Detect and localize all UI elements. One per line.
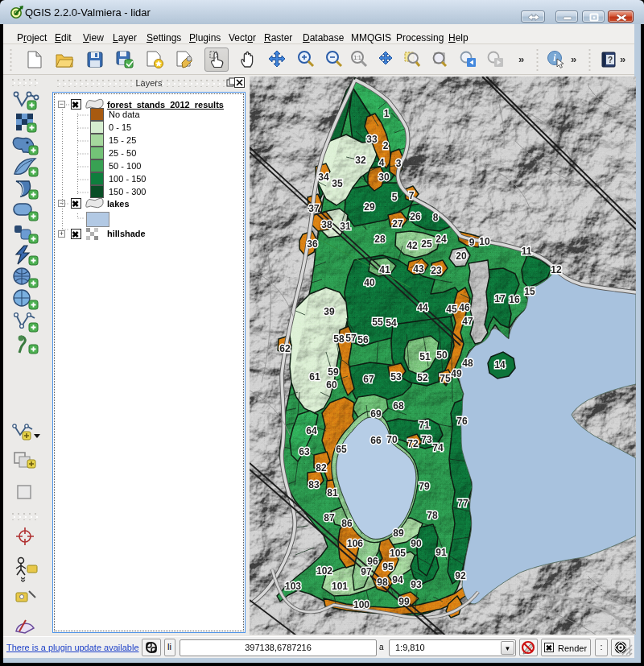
svg-text:26: 26 [410,211,421,222]
svg-text:52: 52 [417,372,428,383]
svg-text:97: 97 [361,566,372,577]
svg-text:56: 56 [357,334,369,345]
svg-text:49: 49 [451,368,462,379]
svg-text:35: 35 [332,178,343,189]
svg-text:53: 53 [390,371,402,383]
svg-text:44: 44 [417,302,428,313]
svg-text:42: 42 [407,240,418,251]
svg-text:57: 57 [345,333,357,344]
svg-text:62: 62 [279,343,291,354]
svg-text:10: 10 [479,236,490,247]
svg-text:67: 67 [363,374,374,385]
svg-text:51: 51 [419,351,431,362]
svg-text:58: 58 [333,333,345,345]
svg-text:40: 40 [364,277,375,288]
svg-text:95: 95 [382,561,394,573]
svg-text:43: 43 [413,263,424,275]
svg-text:7: 7 [409,190,415,201]
svg-text:60: 60 [326,379,337,391]
svg-text:25: 25 [421,238,432,250]
svg-text:23: 23 [431,265,442,276]
svg-text:39: 39 [324,306,335,317]
svg-text:29: 29 [364,201,375,213]
svg-text:1:1: 1:1 [353,55,361,60]
svg-text:74: 74 [432,442,444,453]
svg-text:48: 48 [462,358,473,369]
svg-text:2: 2 [383,140,389,151]
svg-text:81: 81 [327,487,338,498]
svg-text:65: 65 [336,444,347,455]
svg-text:20: 20 [456,250,467,262]
svg-text:66: 66 [370,435,382,446]
svg-text:11: 11 [522,246,532,257]
svg-text:106: 106 [347,538,363,549]
svg-text:4: 4 [379,157,385,168]
svg-text:54: 54 [386,317,397,329]
svg-text:28: 28 [374,234,386,245]
svg-text:30: 30 [378,172,390,183]
svg-text:91: 91 [436,547,447,558]
svg-text:41: 41 [379,264,390,275]
svg-text:47: 47 [462,316,473,327]
svg-text:68: 68 [393,400,404,412]
svg-text:72: 72 [407,438,419,449]
svg-text:8: 8 [433,212,439,223]
svg-text:78: 78 [427,510,438,521]
svg-text:99: 99 [398,596,410,607]
svg-text:76: 76 [456,416,468,427]
svg-text:9: 9 [469,237,475,248]
svg-text:63: 63 [299,446,310,457]
svg-text:98: 98 [377,577,388,588]
svg-text:92: 92 [455,570,466,581]
svg-text:93: 93 [411,579,422,590]
svg-text:70: 70 [386,434,398,445]
svg-text:12: 12 [551,264,562,275]
svg-text:105: 105 [390,548,406,559]
svg-text:64: 64 [306,425,317,436]
svg-text:16: 16 [509,294,520,305]
svg-text:96: 96 [367,556,378,567]
svg-text:103: 103 [285,581,301,592]
svg-text:5: 5 [392,192,398,203]
svg-text:94: 94 [392,574,403,585]
svg-text:89: 89 [393,527,404,539]
svg-text:75: 75 [440,373,451,384]
svg-text:71: 71 [419,420,430,431]
svg-text:17: 17 [494,293,506,304]
svg-text:34: 34 [318,172,329,183]
svg-text:100: 100 [353,599,369,610]
svg-text:87: 87 [324,512,335,523]
svg-text:36: 36 [307,238,318,250]
svg-text:101: 101 [332,581,348,592]
svg-text:14: 14 [494,359,506,370]
svg-text:73: 73 [421,434,432,445]
svg-text:90: 90 [411,538,422,549]
svg-text:79: 79 [419,481,430,492]
svg-text:3: 3 [396,158,402,169]
svg-text:15: 15 [524,286,535,297]
svg-text:61: 61 [309,371,320,383]
svg-text:102: 102 [316,565,332,577]
svg-text:77: 77 [457,498,469,509]
svg-text:69: 69 [370,408,382,420]
svg-text:59: 59 [328,366,339,378]
svg-text:27: 27 [392,218,403,230]
svg-text:82: 82 [316,462,327,474]
svg-text:50: 50 [436,350,448,361]
svg-text:37: 37 [308,203,320,214]
svg-text:31: 31 [340,221,351,232]
svg-text:38: 38 [321,219,332,230]
svg-text:45: 45 [446,304,457,315]
svg-text:32: 32 [355,155,366,166]
svg-text:83: 83 [308,479,320,490]
svg-text:86: 86 [341,518,353,529]
svg-text:1: 1 [384,108,390,119]
svg-text:33: 33 [366,134,378,145]
svg-text:?: ? [608,56,613,64]
svg-text:46: 46 [459,302,470,313]
svg-text:55: 55 [372,316,383,328]
svg-text:24: 24 [436,234,447,245]
